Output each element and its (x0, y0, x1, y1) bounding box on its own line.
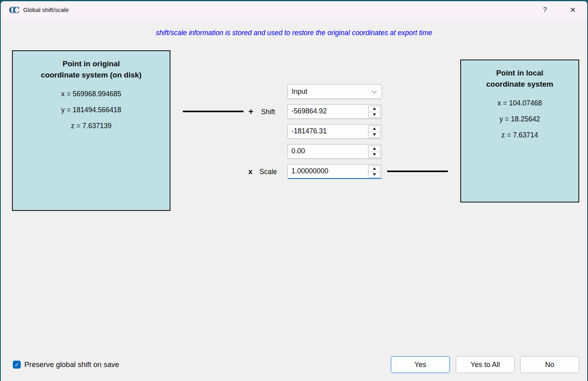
multiply-sign-label: x (248, 165, 253, 179)
local-z-value: z = 7.63714 (461, 127, 578, 143)
close-icon[interactable]: ✕ (565, 1, 581, 19)
connector-line-left (183, 111, 244, 112)
preserve-shift-checkbox[interactable]: ✓ (13, 361, 21, 369)
scale-label: Scale (259, 165, 277, 179)
arrow-down-icon (373, 173, 376, 176)
shift-z-spin-buttons (368, 145, 380, 158)
original-y-value: y = 181494.566418 (13, 102, 170, 118)
original-point-title-line2: coordinate system (on disk) (13, 69, 170, 81)
original-x-value: x = 569968.994685 (13, 86, 170, 102)
help-button[interactable]: ? (537, 1, 553, 19)
shift-label: Shift (261, 105, 275, 119)
preserve-shift-label: Preserve global shift on save (24, 359, 119, 370)
local-point-title: Point in local coordinate system (461, 67, 578, 90)
spin-up-button[interactable] (368, 146, 380, 152)
arrow-down-icon (373, 113, 376, 116)
original-point-title-line1: Point in original (13, 58, 170, 69)
shift-y-spinbox (287, 124, 382, 139)
spin-up-button[interactable] (368, 126, 380, 132)
spin-up-button[interactable] (368, 106, 380, 112)
shift-x-spin-buttons (368, 105, 380, 118)
hint-text: shift/scale information is stored and us… (1, 29, 587, 37)
shift-z-spinbox (287, 144, 382, 159)
scale-input[interactable] (288, 165, 367, 178)
no-button[interactable]: No (520, 356, 579, 373)
shift-x-spinbox (287, 104, 382, 119)
yes-button[interactable]: Yes (391, 356, 450, 373)
shift-y-input[interactable] (288, 125, 367, 139)
window-title: Global shift/scale (23, 1, 69, 19)
local-point-title-line2: coordinate system (461, 79, 578, 90)
global-shift-scale-dialog: CC Global shift/scale ? ✕ shift/scale in… (1, 1, 587, 381)
scale-spinbox (287, 164, 382, 179)
connector-line-right (387, 171, 448, 172)
shift-z-input[interactable] (288, 145, 367, 159)
yes-to-all-button[interactable]: Yes to All (456, 356, 515, 373)
plus-sign-label: + (248, 105, 253, 119)
cloudcompare-logo-icon: CC (9, 5, 20, 15)
local-point-title-line1: Point in local (461, 67, 578, 79)
original-point-title: Point in original coordinate system (on … (13, 58, 170, 81)
arrow-up-icon (373, 167, 376, 170)
spin-down-button[interactable] (368, 132, 380, 138)
spin-down-button[interactable] (368, 152, 380, 158)
local-point-values: x = 104.07468 y = 18.25642 z = 7.63714 (461, 95, 578, 143)
checkmark-icon: ✓ (14, 362, 19, 367)
shift-y-spin-buttons (368, 125, 380, 138)
title-bar[interactable]: CC Global shift/scale ? ✕ (1, 1, 587, 19)
chevron-down-icon (372, 88, 377, 93)
local-y-value: y = 18.25642 (461, 111, 578, 127)
arrow-down-icon (373, 133, 376, 136)
spin-down-button[interactable] (368, 172, 380, 178)
window-frame: CC Global shift/scale ? ✕ shift/scale in… (0, 0, 588, 381)
shift-preset-dropdown[interactable]: Input (287, 84, 382, 99)
arrow-up-icon (373, 107, 376, 110)
arrow-down-icon (373, 153, 376, 156)
original-point-values: x = 569968.994685 y = 181494.566418 z = … (13, 86, 170, 134)
spin-up-button[interactable] (368, 166, 380, 172)
original-point-box: Point in original coordinate system (on … (12, 50, 170, 211)
local-x-value: x = 104.07468 (461, 95, 578, 111)
arrow-up-icon (373, 147, 376, 150)
arrow-up-icon (373, 127, 376, 130)
shift-x-input[interactable] (288, 105, 367, 119)
spin-down-button[interactable] (368, 112, 380, 118)
dropdown-selected-value: Input (292, 87, 307, 96)
original-z-value: z = 7.637139 (13, 118, 170, 134)
local-point-box: Point in local coordinate system x = 104… (460, 60, 579, 202)
scale-spin-buttons (368, 165, 380, 178)
